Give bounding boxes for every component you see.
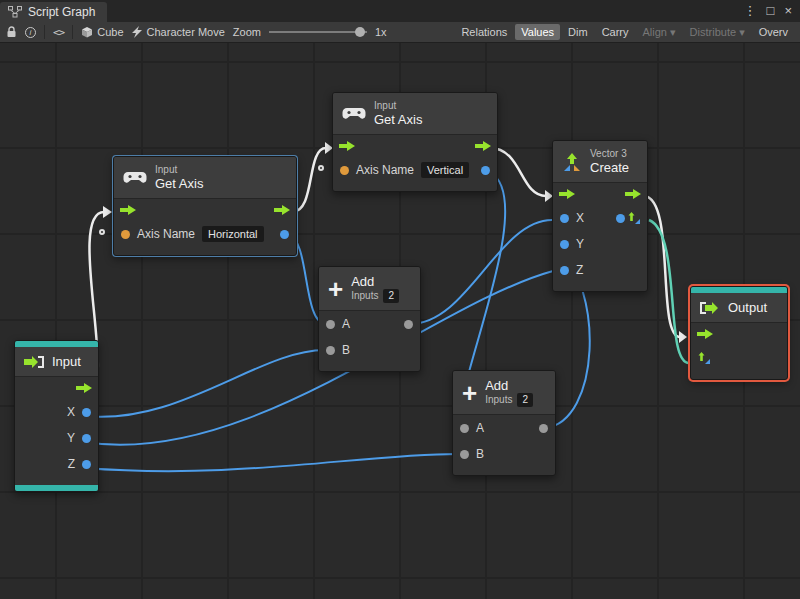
window-menu-icon[interactable]: ⋮ [744,0,757,22]
flow-in-arrow-icon[interactable] [120,205,136,215]
output-port-z[interactable] [82,460,91,469]
zoom-value: 1x [375,26,387,38]
input-port-z[interactable] [560,266,569,275]
node-graph-input[interactable]: Input X Y Z [14,340,99,492]
cube-breadcrumb[interactable]: Cube [81,26,123,38]
float-output-port[interactable] [280,230,289,239]
sum-output-port[interactable] [539,424,548,433]
flow-out-arrow-icon[interactable] [76,383,92,393]
window-controls: ⋮ □ × [736,0,800,22]
flow-row [114,199,296,221]
node-graph-output[interactable]: Output [690,286,788,380]
node-subtitle: Inputs [485,394,512,406]
flow-out-arrow-icon[interactable] [274,205,290,215]
node-title: Add [351,274,399,289]
cube-icon [81,26,93,38]
node-add-2[interactable]: + Add Inputs 2 A B [452,370,556,476]
flow-in-arrow-icon[interactable] [339,141,355,151]
node-add-1[interactable]: + Add Inputs 2 A B [318,266,421,372]
node-titles: Vector 3 Create [590,148,629,175]
axis-name-port[interactable] [121,230,130,239]
axis-name-label: Axis Name [137,227,195,241]
script-icon [132,26,143,38]
node-header: + Add Inputs 2 [319,267,420,311]
info-icon[interactable]: i [25,27,36,38]
node-category: Input [155,164,203,176]
node-get-axis-horizontal[interactable]: Input Get Axis Axis Name Horizontal [113,156,297,256]
zoom-slider[interactable] [269,25,367,39]
node-title: Get Axis [155,176,203,191]
overview-button[interactable]: Overv [753,24,794,40]
wire-flow-vertical-to-vector3[interactable] [490,148,546,196]
node-header: + Add Inputs 2 [453,371,555,415]
input-port-b[interactable] [460,450,469,459]
code-icon[interactable]: <> [53,26,64,39]
vector3-output-port[interactable] [616,214,625,223]
character-move-label: Character Move [147,26,225,38]
axis-name-row: Axis Name Horizontal [114,221,296,247]
flow-in-arrow-icon[interactable] [697,329,713,339]
port-label: A [476,421,484,435]
node-title: Input [52,354,81,369]
node-get-axis-vertical[interactable]: Input Get Axis Axis Name Vertical [332,92,498,192]
flow-out-arrow-icon[interactable] [475,141,491,151]
carry-button[interactable]: Carry [596,24,635,40]
input-port-y[interactable] [560,240,569,249]
wire-data-input-x-to-add1-b[interactable] [84,350,326,417]
value-port-ring[interactable] [318,165,324,171]
axis-name-label: Axis Name [356,163,414,177]
axis-icon[interactable] [698,352,710,364]
flow-row [691,323,787,345]
dim-button[interactable]: Dim [562,24,594,40]
port-row-b: B [319,337,420,363]
toolbar-right-group: Relations Values Dim Carry Align ▾ Distr… [455,24,794,41]
input-port-b[interactable] [326,346,335,355]
wire-data-input-z-to-add2-b[interactable] [84,454,458,471]
output-port-y[interactable] [82,434,91,443]
node-header: Input Get Axis [333,93,497,135]
value-port-ring[interactable] [99,229,105,235]
input-port-x[interactable] [560,214,569,223]
gamepad-icon [123,170,147,185]
float-output-port[interactable] [481,166,490,175]
input-port-a[interactable] [460,424,469,433]
flow-row [15,377,98,399]
distribute-label: Distribute [690,26,736,38]
wire-flow-horizontal-to-vertical[interactable] [292,148,326,212]
axis-name-field[interactable]: Horizontal [202,226,264,242]
flow-out-arrow-icon[interactable] [625,189,641,199]
plus-icon: + [328,276,343,302]
zoom-slider-handle[interactable] [355,27,365,37]
inputs-count-field[interactable]: 2 [517,393,533,407]
toolbar-separator [44,25,45,39]
sum-output-port[interactable] [404,320,413,329]
port-label: Y [576,237,584,251]
tab-script-graph[interactable]: Script Graph [0,2,107,22]
inputs-count-field[interactable]: 2 [383,289,399,303]
port-row-a: A [453,415,555,441]
lock-icon[interactable] [6,26,17,38]
port-label: A [342,317,350,331]
maximize-icon[interactable]: □ [767,0,775,22]
graph-canvas[interactable]: Input Get Axis Axis Name Vertical [0,43,800,599]
input-port-a[interactable] [326,320,335,329]
port-label: Y [67,431,75,445]
wire-data-add1-to-vector3-x[interactable] [410,220,552,324]
output-port-x[interactable] [82,408,91,417]
values-button[interactable]: Values [515,24,560,40]
distribute-dropdown[interactable]: Distribute ▾ [684,24,751,41]
axis-name-field[interactable]: Vertical [421,162,469,178]
gamepad-icon [342,106,366,121]
axis-name-port[interactable] [340,166,349,175]
flow-in-arrow-icon[interactable] [559,189,575,199]
close-icon[interactable]: × [784,0,792,22]
node-vector3-create[interactable]: Vector 3 Create X [552,140,648,292]
align-dropdown[interactable]: Align ▾ [637,24,682,41]
character-move-breadcrumb[interactable]: Character Move [132,26,225,38]
wire-value-vector3-to-output[interactable] [649,220,689,363]
axis-name-row: Axis Name Vertical [333,157,497,183]
node-title: Create [590,160,629,175]
relations-button[interactable]: Relations [455,24,513,40]
zoom-label: Zoom [233,26,261,38]
wire-flow-vector3-to-output[interactable] [644,196,680,337]
